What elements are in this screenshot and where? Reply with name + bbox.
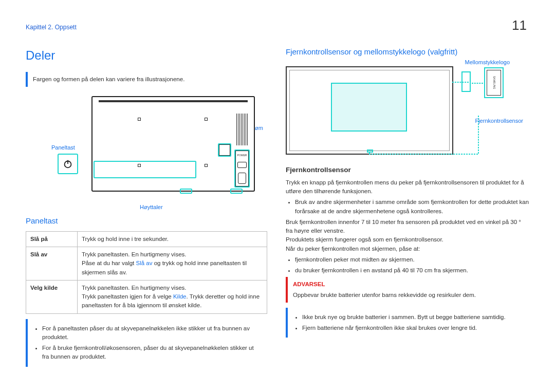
warning-box: ADVARSEL Oppbevar brukte batterier utenf… xyxy=(286,277,529,303)
para-screen-sensor: Produktets skjerm fungerer også som en f… xyxy=(286,235,529,244)
td-velgkilde: Trykk paneltasten. En hurtigmeny vises. … xyxy=(78,280,267,313)
label-paneltast: Paneltast xyxy=(51,143,75,152)
warning-text: Oppbevar brukte batterier utenfor barns … xyxy=(293,291,524,300)
td-line: Trykk paneltasten igjen for å velge Kild… xyxy=(82,292,263,310)
label-hoyttaler: Høyttaler xyxy=(140,203,163,212)
txt: Påse at du har valgt xyxy=(82,260,136,266)
left-column: Deler Fargen og formen på delen kan vari… xyxy=(26,46,267,372)
link-slaav: Slå av xyxy=(136,260,152,266)
txt: Trykk paneltasten igjen for å velge xyxy=(82,293,173,300)
section-sensor-logo: Fjernkontrollsensor og mellomstykkelogo … xyxy=(286,46,529,58)
note-batteries: Ikke bruk nye og brukte batterier i samm… xyxy=(286,308,529,338)
list-item: Ikke bruk nye og brukte batterier i samm… xyxy=(302,313,524,322)
main-heading: Deler xyxy=(26,46,267,65)
paneltast-table: Slå påTrykk og hold inne i tre sekunder.… xyxy=(26,231,267,314)
table-row: Velg kilde Trykk paneltasten. En hurtigm… xyxy=(26,280,267,313)
td-slapa: Trykk og hold inne i tre sekunder. xyxy=(78,231,267,247)
para-range: Bruk fjernkontrollen innenfor 7 til 10 m… xyxy=(286,218,529,236)
note-variation: Fargen og formen på delen kan variere fr… xyxy=(26,72,267,87)
td-slaav: Trykk paneltasten. En hurtigmeny vises. … xyxy=(78,247,267,281)
warning-title: ADVARSEL xyxy=(293,280,524,289)
figure-tv-back: Paneltast Strøm POWER Høyttaler xyxy=(26,92,267,210)
table-row: Slå påTrykk og hold inne i tre sekunder. xyxy=(26,231,267,247)
td-line: Trykk paneltasten. En hurtigmeny vises. xyxy=(82,284,263,292)
label-fjernkontrollsensor: Fjernkontrollsensor xyxy=(475,117,523,125)
right-column: Fjernkontrollsensor og mellomstykkelogo … xyxy=(286,46,529,372)
list-item: For å bruke fjernkontroll/økosensoren, p… xyxy=(42,344,262,362)
note-panelkey: For å paneltasten påser du at skyvepanel… xyxy=(26,319,267,367)
panel-key-icon xyxy=(58,154,78,174)
th-slapa: Slå på xyxy=(26,231,78,247)
sensor-area-highlight xyxy=(331,83,407,132)
td-line: Påse at du har valgt Slå av og trykk og … xyxy=(82,259,263,277)
section-paneltast: Paneltast xyxy=(26,215,267,227)
link-kilde: Kilde xyxy=(173,293,187,300)
list-item: For å paneltasten påser du at skyvepanel… xyxy=(42,324,262,342)
list-item: du bruker fjernkontrollen i en avstand p… xyxy=(295,266,529,275)
tv-front-outline xyxy=(286,66,453,155)
list-item: Fjern batteriene når fjernkontrollen ikk… xyxy=(302,324,524,332)
label-mellomstykkelogo: Mellomstykkelogo xyxy=(465,58,510,67)
chapter-heading: Kapittel 2. Oppsett xyxy=(26,23,77,32)
list-item: Bruk av andre skjermenheter i samme områ… xyxy=(295,198,529,216)
para-sensor: Trykk en knapp på fjernkontrollen mens d… xyxy=(286,178,529,196)
td-line: Trykk paneltasten. En hurtigmeny vises. xyxy=(82,250,263,259)
para-when-pointing: Når du peker fjernkontrollen mot skjerme… xyxy=(286,245,529,253)
page-number: 11 xyxy=(512,15,527,35)
table-row: Slå av Trykk paneltasten. En hurtigmeny … xyxy=(26,247,267,281)
th-velgkilde: Velg kilde xyxy=(26,280,78,313)
logo-big-callout: SAMSUNG xyxy=(484,67,504,98)
sub-fjernkontrollsensor: Fjernkontrollsensor xyxy=(286,165,529,175)
th-slaav: Slå av xyxy=(26,247,78,281)
tv-back-outline: POWER xyxy=(91,96,255,192)
list-item: fjernkontrollen peker mot midten av skje… xyxy=(295,255,529,264)
figure-tv-front: Mellomstykkelogo SAMSUNG Fjernkontrollse… xyxy=(286,62,522,160)
